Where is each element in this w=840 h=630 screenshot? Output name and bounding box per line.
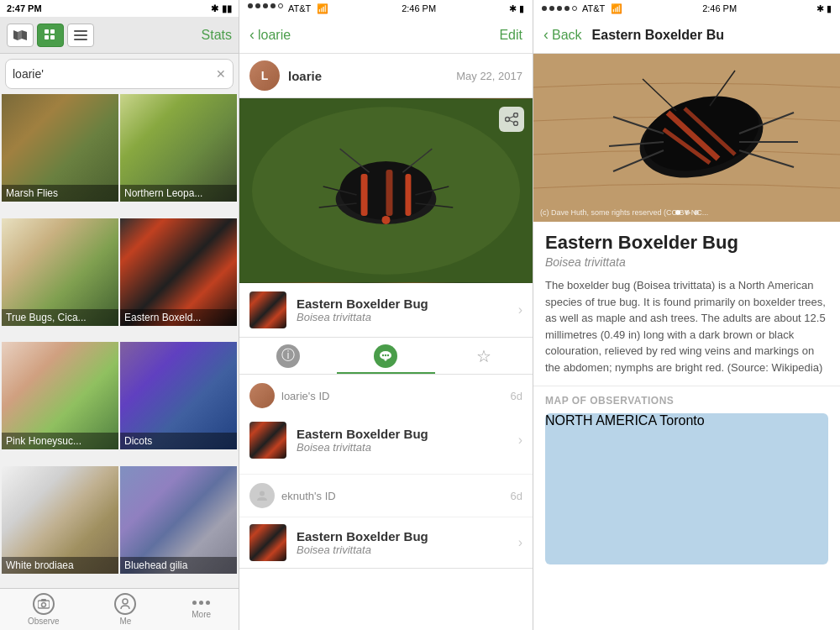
grid-item-label: White brodiaea (2, 557, 118, 574)
toolbar-left: Stats (0, 17, 239, 54)
bluetooth-icon-right: ✱ (816, 3, 824, 14)
more-tab-label: More (192, 610, 211, 619)
svg-point-28 (514, 113, 518, 118)
id-species-sci-1: Boisea trivittata (297, 441, 518, 454)
list-item[interactable]: White brodiaea (2, 466, 118, 574)
list-item[interactable]: Marsh Flies (2, 94, 118, 202)
id-species-thumbnail-2 (249, 524, 286, 561)
id-species-1[interactable]: Eastern Boxelder Bug Boisea trivittata › (249, 415, 522, 465)
id-species-thumbnail-1 (249, 422, 286, 459)
svg-rect-9 (74, 39, 87, 40)
map-view-button[interactable] (7, 24, 34, 47)
back-label-right: Back (552, 28, 582, 43)
id-species-2[interactable]: Eastern Boxelder Bug Boisea trivittata › (239, 517, 533, 569)
me-tab[interactable]: Me (114, 593, 136, 626)
grid-item-label: Dicots (120, 433, 237, 449)
map-section: MAP OF OBSERVATIONS NORTH AMERICA (533, 386, 840, 570)
svg-marker-1 (18, 30, 22, 40)
bluetooth-icon-middle: ✱ (509, 3, 517, 14)
bottom-tab-bar: Observe Me More (0, 588, 239, 630)
share-button[interactable] (499, 107, 524, 132)
svg-point-38 (260, 491, 265, 496)
bluetooth-icon-left: ✱ (211, 3, 218, 14)
back-button-right[interactable]: ‹ Back (543, 26, 582, 44)
hero-image: (c) Dave Huth, some rights reserved (CC … (533, 54, 840, 222)
id-time-1: 6d (511, 390, 522, 402)
svg-marker-37 (384, 360, 387, 361)
svg-point-27 (382, 216, 391, 224)
search-bar[interactable]: loarie' ✕ (5, 59, 234, 89)
svg-rect-7 (74, 30, 87, 32)
nav-bar-right: ‹ Back Eastern Boxelder Bu (533, 17, 840, 54)
svg-rect-18 (361, 174, 368, 216)
list-item[interactable]: Dicots (120, 342, 237, 449)
tab-chat[interactable] (337, 338, 434, 374)
species-info: Eastern Boxelder Bug Boisea trivittata (297, 297, 518, 323)
species-scientific-name-right: Boisea trivittata (545, 255, 828, 269)
battery-icon-right: ▮ (827, 3, 832, 14)
battery-icon-left: ▮▮ (222, 3, 232, 14)
svg-rect-19 (386, 170, 393, 216)
id-time-2: 6d (511, 490, 522, 502)
id-species-info-1: Eastern Boxelder Bug Boisea trivittata (297, 427, 518, 454)
info-icon: ⓘ (276, 344, 300, 368)
species-scientific-name: Boisea trivittata (297, 311, 518, 323)
grid-item-label: Bluehead gilia (120, 557, 237, 574)
panel-left: 2:47 PM ✱ ▮▮ (0, 0, 239, 630)
obs-date: May 22, 2017 (456, 70, 522, 82)
observation-header: L loarie May 22, 2017 (239, 54, 533, 98)
svg-line-31 (509, 116, 514, 118)
id-section: loarie's ID 6d Eastern Boxelder Bug Bois… (239, 375, 533, 569)
back-button-middle[interactable]: ‹ loarie (249, 26, 291, 44)
species-common-name: Eastern Boxelder Bug (297, 297, 518, 311)
id-species-name-1: Eastern Boxelder Bug (297, 427, 518, 441)
status-icons-left: ✱ ▮▮ (211, 3, 232, 14)
list-item[interactable]: Bluehead gilia (120, 466, 237, 574)
svg-point-35 (385, 354, 386, 355)
panel-middle: AT&T 📶 2:46 PM ✱ ▮ ‹ loarie Edit L loari… (239, 0, 533, 630)
results-grid: Marsh Flies Northern Leopa... True Bugs,… (0, 94, 239, 588)
more-tab[interactable]: More (192, 601, 211, 619)
svg-point-13 (123, 599, 128, 604)
list-item[interactable]: True Bugs, Cica... (2, 218, 118, 326)
edit-button[interactable]: Edit (499, 28, 522, 43)
observations-map[interactable]: NORTH AMERICA Toronto (545, 413, 828, 564)
tab-star[interactable]: ☆ (435, 338, 533, 374)
species-description: The boxelder bug (Boisea trivittata) is … (545, 277, 828, 375)
search-query: loarie' (13, 67, 44, 81)
chevron-right-icon-3: › (518, 535, 522, 550)
tab-info[interactable]: ⓘ (239, 338, 337, 374)
person-icon (114, 593, 136, 615)
observation-image[interactable] (239, 98, 533, 283)
list-view-button[interactable] (67, 24, 94, 47)
clear-search-button[interactable]: ✕ (216, 67, 226, 81)
id-avatar-1 (249, 383, 275, 408)
star-icon: ☆ (472, 344, 496, 368)
nav-bar-middle: ‹ loarie Edit (239, 17, 533, 54)
toolbar-icons (7, 24, 94, 47)
avatar: L (249, 60, 280, 91)
id-entry-1: loarie's ID 6d Eastern Boxelder Bug Bois… (239, 375, 533, 475)
time-left: 2:47 PM (7, 3, 42, 13)
svg-rect-20 (405, 174, 411, 216)
svg-point-29 (514, 122, 518, 126)
id-species-name-2: Eastern Boxelder Bug (297, 529, 518, 543)
svg-point-11 (41, 603, 45, 607)
grid-view-button[interactable] (37, 24, 64, 47)
observe-tab[interactable]: Observe (28, 593, 60, 626)
time-right: 2:46 PM (702, 3, 737, 13)
species-common-name-right: Eastern Boxelder Bug (545, 232, 828, 254)
list-item[interactable]: Northern Leopa... (120, 94, 237, 202)
species-card-top[interactable]: Eastern Boxelder Bug Boisea trivittata › (239, 283, 533, 338)
list-item[interactable]: Eastern Boxeld... (120, 218, 237, 326)
grid-item-label: Pink Honeysuc... (2, 433, 118, 449)
list-item[interactable]: Pink Honeysuc... (2, 342, 118, 449)
id-username-2: eknuth's ID (281, 490, 511, 502)
grid-item-label: Northern Leopa... (120, 185, 237, 202)
svg-point-36 (387, 354, 389, 355)
chat-icon (374, 344, 397, 368)
back-chevron-icon: ‹ (249, 26, 255, 44)
stats-button[interactable]: Stats (202, 28, 232, 43)
species-thumbnail (249, 291, 286, 328)
chevron-right-icon: › (518, 302, 522, 318)
